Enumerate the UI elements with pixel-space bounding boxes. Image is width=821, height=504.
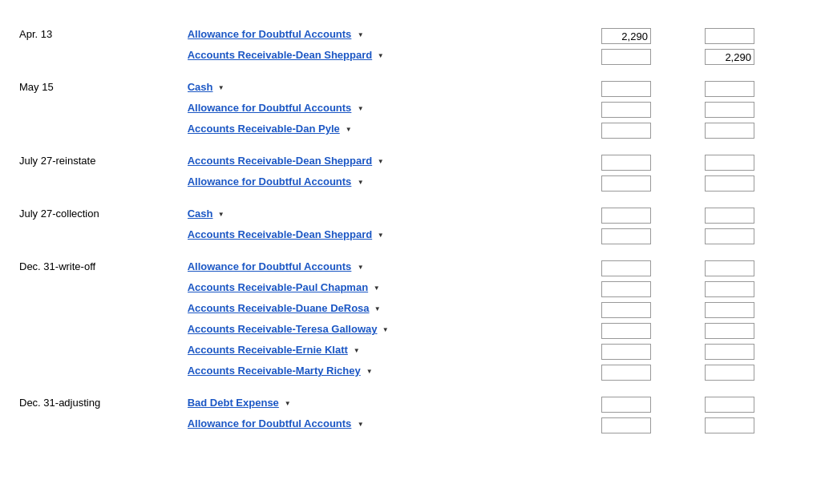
account-select-wrapper: Allowance for Doubtful Accounts [188,102,364,114]
account-select-wrapper: Allowance for Doubtful Accounts [188,28,364,40]
entry-date: May 15 [19,81,54,93]
account-select-wrapper: Cash [188,208,224,220]
debit-input[interactable] [601,281,651,297]
debit-input[interactable] [601,81,651,97]
account-select-wrapper: Bad Debt Expense [188,397,291,409]
table-row: July 27-collectionCash [16,205,805,226]
credit-input[interactable] [705,281,754,297]
debit-input[interactable] [601,123,651,139]
table-row: Accounts Receivable-Paul Chapman [16,279,805,300]
section-july27collection: July 27-collectionCashAccounts Receivabl… [16,205,805,247]
table-row: May 15Cash [16,79,805,99]
section-july27reinstate: July 27-reinstateAccounts Receivable-Dea… [16,152,805,194]
account-dropdown[interactable]: Bad Debt Expense [188,397,291,409]
account-select-wrapper: Accounts Receivable-Paul Chapman [188,281,380,293]
section-apr13: Apr. 13Allowance for Doubtful AccountsAc… [16,26,805,67]
credit-input[interactable] [705,323,754,339]
debit-input[interactable] [601,102,651,118]
account-dropdown[interactable]: Accounts Receivable-Paul Chapman [188,281,380,293]
credit-input[interactable] [705,81,754,97]
debit-input[interactable] [601,260,651,276]
entry-date: July 27-reinstate [19,155,95,167]
debit-input[interactable] [601,417,651,433]
credit-input[interactable] [705,175,754,192]
credit-input[interactable] [705,208,754,224]
account-select-wrapper: Accounts Receivable-Dean Sheppard [188,228,384,240]
credit-input[interactable] [705,302,754,318]
credit-input[interactable] [705,228,754,244]
table-row: Allowance for Doubtful Accounts [16,415,805,436]
credit-input[interactable] [705,417,754,433]
table-row: Allowance for Doubtful Accounts [16,173,805,194]
account-select-wrapper: Accounts Receivable-Ernie Klatt [188,344,360,356]
account-select-wrapper: Accounts Receivable-Teresa Galloway [188,323,389,335]
account-dropdown[interactable]: Allowance for Doubtful Accounts [188,102,364,114]
debit-input[interactable] [601,155,651,171]
account-dropdown[interactable]: Accounts Receivable-Dan Pyle [188,123,352,135]
account-select-wrapper: Accounts Receivable-Dean Sheppard [188,155,384,167]
table-row: July 27-reinstateAccounts Receivable-Dea… [16,152,805,173]
debit-input[interactable] [601,175,651,192]
account-select-wrapper: Allowance for Doubtful Accounts [188,417,364,429]
table-row: Allowance for Doubtful Accounts [16,99,805,120]
account-select-wrapper: Accounts Receivable-Dan Pyle [188,123,352,135]
debit-input[interactable] [601,323,651,339]
table-row: Dec. 31-write-offAllowance for Doubtful … [16,258,805,279]
table-row: Accounts Receivable-Dean Sheppard [16,46,805,67]
account-dropdown[interactable]: Accounts Receivable-Marty Richey [188,365,373,377]
credit-input[interactable] [705,102,754,118]
debit-input[interactable] [601,228,651,244]
account-dropdown[interactable]: Accounts Receivable-Dean Sheppard [188,228,384,240]
debit-input[interactable] [601,365,651,381]
account-dropdown[interactable]: Allowance for Doubtful Accounts [188,28,364,40]
credit-input[interactable] [705,397,754,413]
account-dropdown[interactable]: Cash [188,208,224,220]
credit-input[interactable] [705,260,754,276]
account-dropdown[interactable]: Accounts Receivable-Duane DeRosa [188,302,381,314]
table-row: Accounts Receivable-Dean Sheppard [16,226,805,247]
table-row: Accounts Receivable-Teresa Galloway [16,321,805,341]
table-row: Accounts Receivable-Marty Richey [16,362,805,383]
account-dropdown[interactable]: Accounts Receivable-Dean Sheppard [188,155,384,167]
section-dec31writeoff: Dec. 31-write-offAllowance for Doubtful … [16,258,805,383]
debit-input[interactable] [601,344,651,360]
debit-input[interactable] [601,302,651,318]
account-dropdown[interactable]: Cash [188,81,224,93]
debit-input[interactable] [601,208,651,224]
account-select-wrapper: Allowance for Doubtful Accounts [188,260,364,272]
section-may15: May 15CashAllowance for Doubtful Account… [16,79,805,141]
credit-input[interactable] [705,155,754,171]
credit-input[interactable] [705,28,754,44]
account-dropdown[interactable]: Allowance for Doubtful Accounts [188,417,364,429]
account-select-wrapper: Cash [188,81,224,93]
account-dropdown[interactable]: Accounts Receivable-Dean Sheppard [188,49,384,61]
section-dec31adjusting: Dec. 31-adjustingBad Debt ExpenseAllowan… [16,394,805,436]
table-row: Dec. 31-adjustingBad Debt Expense [16,394,805,415]
entry-date: Dec. 31-write-off [19,260,95,272]
table-row: Accounts Receivable-Dan Pyle [16,120,805,141]
entry-date: Dec. 31-adjusting [19,397,100,409]
entry-date: Apr. 13 [19,28,52,40]
credit-input[interactable] [705,365,754,381]
account-select-wrapper: Accounts Receivable-Duane DeRosa [188,302,381,314]
debit-input[interactable] [601,49,651,65]
account-dropdown[interactable]: Allowance for Doubtful Accounts [188,260,364,272]
account-dropdown[interactable]: Allowance for Doubtful Accounts [188,175,364,187]
credit-input[interactable] [705,49,754,65]
table-row: Accounts Receivable-Ernie Klatt [16,341,805,362]
table-row: Apr. 13Allowance for Doubtful Accounts [16,26,805,46]
debit-input[interactable] [601,28,651,44]
journal-container: Apr. 13Allowance for Doubtful AccountsAc… [16,26,805,436]
debit-input[interactable] [601,397,651,413]
account-select-wrapper: Accounts Receivable-Marty Richey [188,365,373,377]
entry-date: July 27-collection [19,208,99,220]
credit-input[interactable] [705,123,754,139]
credit-input[interactable] [705,344,754,360]
account-select-wrapper: Allowance for Doubtful Accounts [188,175,364,187]
table-row: Accounts Receivable-Duane DeRosa [16,300,805,321]
account-dropdown[interactable]: Accounts Receivable-Teresa Galloway [188,323,389,335]
account-dropdown[interactable]: Accounts Receivable-Ernie Klatt [188,344,360,356]
account-select-wrapper: Accounts Receivable-Dean Sheppard [188,49,384,61]
